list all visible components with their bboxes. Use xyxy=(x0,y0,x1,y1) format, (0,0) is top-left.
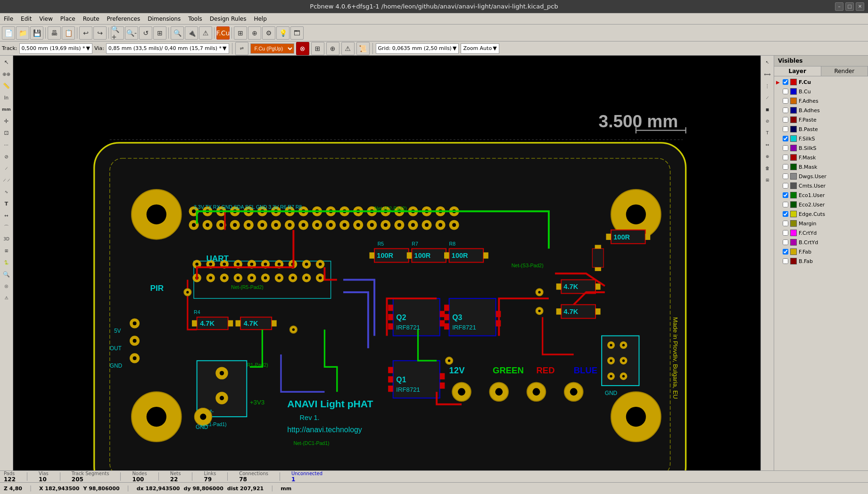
script-btn[interactable]: 📜 xyxy=(356,42,370,55)
drc-run[interactable]: ⚠ xyxy=(1,292,12,304)
maximize-button[interactable]: □ xyxy=(845,2,854,11)
menu-tools[interactable]: Tools xyxy=(184,15,206,23)
new-button[interactable]: 📄 xyxy=(2,26,15,40)
layer-row-f-adhes[interactable]: F.Adhes xyxy=(774,96,868,106)
net-inspector-btn[interactable]: ⊗ xyxy=(296,42,309,55)
layer-checkbox-cmts-user[interactable] xyxy=(783,183,788,189)
layer-checkbox-b-cu[interactable] xyxy=(783,89,788,94)
layer-checkbox-f-adhes[interactable] xyxy=(783,98,788,104)
track-field[interactable]: 0,500 mm (19,69 mils) * ▼ xyxy=(19,43,93,54)
keepout-zone[interactable]: ⊘ xyxy=(1,151,12,162)
minimize-button[interactable]: – xyxy=(835,2,843,11)
layer-checkbox-b-paste[interactable] xyxy=(783,126,788,132)
menu-route[interactable]: Route xyxy=(79,15,103,23)
route-diff-pair[interactable]: ⟋⟋ xyxy=(1,174,12,186)
add-text[interactable]: T xyxy=(1,198,12,209)
plot-button[interactable]: 📋 xyxy=(62,26,75,40)
drc-btn-right[interactable]: ⊘ xyxy=(762,115,773,127)
settings-btn[interactable]: T xyxy=(762,127,773,139)
undo-button[interactable]: ↩ xyxy=(79,26,92,40)
zoom-select-button[interactable]: ⊞ xyxy=(153,26,166,40)
layer-checkbox-b-adhes[interactable] xyxy=(783,107,788,113)
layer-checkbox-f-paste[interactable] xyxy=(783,117,788,123)
layer-checkbox-f-mask[interactable] xyxy=(783,155,788,160)
add-graphic-line[interactable]: ↔ xyxy=(1,210,12,221)
layer-row-b-cu[interactable]: B.Cu xyxy=(774,87,868,96)
footprint-tool[interactable]: ⊡ xyxy=(1,127,12,139)
search-button[interactable]: 🔍 xyxy=(171,26,184,40)
layer-checkbox-f-fab[interactable] xyxy=(783,249,788,255)
layer-row-f-silks[interactable]: F.SilkS xyxy=(774,134,868,143)
board-setup-button[interactable]: ⚙ xyxy=(262,26,275,40)
netlist-button[interactable]: 🔌 xyxy=(185,26,198,40)
redo-button[interactable]: ↪ xyxy=(93,26,107,40)
menu-dimensions[interactable]: Dimensions xyxy=(144,15,184,23)
select-tool[interactable]: ↖ xyxy=(1,57,12,68)
grid-dots-btn[interactable]: ⊞ xyxy=(762,174,773,186)
show-tracks-btn[interactable]: ⟋ xyxy=(762,92,773,103)
menu-place[interactable]: Place xyxy=(57,15,79,23)
menu-view[interactable]: View xyxy=(35,15,56,23)
layer-select[interactable]: F.Cu (PgUp) B.Cu (PgDn) xyxy=(250,43,294,54)
layer-checkbox-eco2-user[interactable] xyxy=(783,202,788,207)
layer-row-edge-cuts[interactable]: Edge.Cuts xyxy=(774,209,868,219)
zoom-field[interactable]: Zoom Auto ▼ xyxy=(461,43,499,54)
menu-edit[interactable]: Edit xyxy=(17,15,35,23)
menu-file[interactable]: File xyxy=(0,15,17,23)
layer-row-dwgs-user[interactable]: Dwgs.User xyxy=(774,172,868,181)
layer-checkbox-eco1-user[interactable] xyxy=(783,192,788,198)
layer-row-b-adhes[interactable]: B.Adhes xyxy=(774,106,868,115)
3d-button[interactable]: 🗔 xyxy=(290,26,304,40)
route-track[interactable]: ⟋ xyxy=(1,163,12,174)
flip-board-btn[interactable]: ⟺ xyxy=(762,68,773,80)
close-button[interactable]: ✕ xyxy=(856,2,864,11)
layer-checkbox-b-mask[interactable] xyxy=(783,164,788,170)
grid-button[interactable]: ⊞ xyxy=(234,26,247,40)
grid-dropdown-icon[interactable]: ▼ xyxy=(453,45,456,51)
show-filled-btn[interactable]: ◼ xyxy=(762,104,773,115)
layer-row-b-silks[interactable]: B.SilkS xyxy=(774,143,868,153)
zoom-redo-button[interactable]: ↺ xyxy=(139,26,152,40)
trash-btn[interactable]: 🗑 xyxy=(762,163,773,174)
add-via[interactable]: ◎ xyxy=(1,280,12,292)
polar-button[interactable]: ⊕ xyxy=(248,26,261,40)
layer-row-f-crtyd[interactable]: F.CrtYd xyxy=(774,228,868,238)
grid-field[interactable]: Grid: 0,0635 mm (2,50 mils) ▼ xyxy=(376,43,459,54)
menu-help[interactable]: Help xyxy=(250,15,270,23)
show-ratsnest-btn[interactable]: ⋮ xyxy=(762,80,773,91)
open-button[interactable]: 📁 xyxy=(16,26,29,40)
via-field[interactable]: 0,85 mm (33,5 mils)/ 0,40 mm (15,7 mils)… xyxy=(106,43,229,54)
highlight-button[interactable]: 💡 xyxy=(276,26,289,40)
layer-manager-button[interactable]: F.Cu xyxy=(216,26,230,40)
move-tool[interactable]: ✛ xyxy=(1,115,12,127)
layer-checkbox-dwgs-user[interactable] xyxy=(783,173,788,179)
layer-row-b-paste[interactable]: B.Paste xyxy=(774,124,868,134)
print-button[interactable]: 🖶 xyxy=(48,26,61,40)
layer-checkbox-b-crtyd[interactable] xyxy=(783,239,788,245)
add-arc[interactable]: ⌒ xyxy=(1,222,12,233)
board-stat[interactable]: ⊞ xyxy=(1,245,12,256)
copper-zone[interactable]: ⋯ xyxy=(1,139,12,150)
diff-pairs-button[interactable]: ⇌ xyxy=(235,42,248,55)
via-dropdown-icon[interactable]: ▼ xyxy=(223,45,226,51)
layer-checkbox-f-silks[interactable] xyxy=(783,136,788,141)
grid-btn[interactable]: ⊞ xyxy=(311,42,324,55)
scripting[interactable]: 🐍 xyxy=(1,257,12,268)
tab-layer[interactable]: Layer xyxy=(774,66,821,76)
layer-row-f-paste[interactable]: F.Paste xyxy=(774,115,868,124)
layer-row-f-cu[interactable]: ▶F.Cu xyxy=(774,77,868,87)
zoom-tool[interactable]: 🔍 xyxy=(1,269,12,280)
layer-row-b-crtyd[interactable]: B.CrtYd xyxy=(774,238,868,247)
ruler-tool[interactable]: 📏 xyxy=(1,80,12,91)
layer-row-margin[interactable]: Margin xyxy=(774,219,868,228)
layer-checkbox-edge-cuts[interactable] xyxy=(783,211,788,217)
zoom-fit-btn[interactable]: ↔ xyxy=(762,139,773,150)
menu-preferences[interactable]: Preferences xyxy=(103,15,144,23)
layer-checkbox-b-silks[interactable] xyxy=(783,145,788,151)
layer-row-eco1-user[interactable]: Eco1.User xyxy=(774,190,868,200)
layer-row-f-fab[interactable]: F.Fab xyxy=(774,247,868,256)
drc-btn2[interactable]: ⚠ xyxy=(341,42,355,55)
layer-row-cmts-user[interactable]: Cmts.User xyxy=(774,181,868,190)
crosshair-btn[interactable]: ⊕ xyxy=(762,151,773,162)
layer-row-b-mask[interactable]: B.Mask xyxy=(774,162,868,172)
